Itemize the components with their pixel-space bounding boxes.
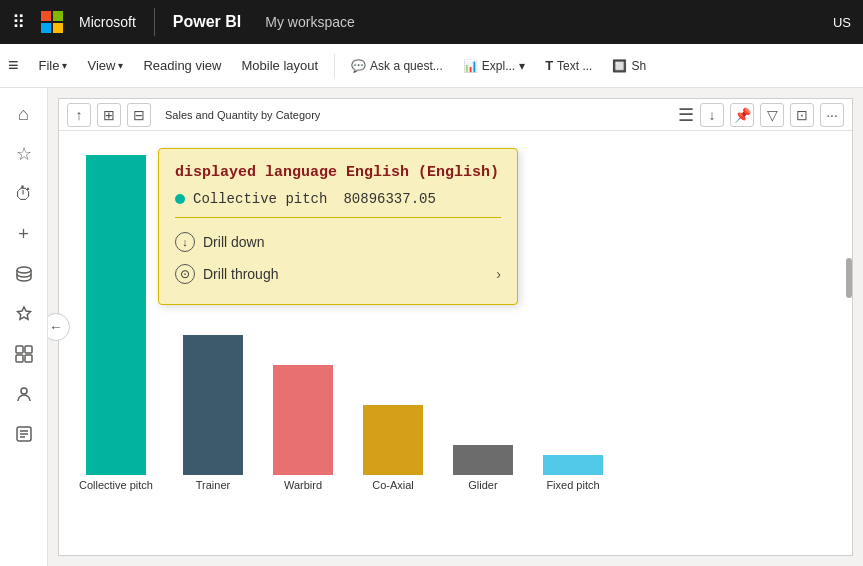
tooltip-drill-down[interactable]: ↓ Drill down (175, 226, 501, 258)
chart-more-btn[interactable]: ··· (820, 103, 844, 127)
sidebar-item-learn[interactable] (6, 416, 42, 452)
bar-label: Trainer (196, 479, 230, 491)
ribbon-explore[interactable]: 📊 Expl... ▾ (455, 55, 533, 77)
bar-group[interactable]: Warbird (273, 365, 333, 491)
tooltip-data-row: Collective pitch 80896337.05 (175, 191, 501, 207)
tooltip-popup: displayed language English (English) Col… (158, 148, 518, 305)
bar-fixed-pitch[interactable] (543, 455, 603, 475)
share-label: Sh (631, 59, 646, 73)
bar-group[interactable]: Collective pitch (79, 155, 153, 491)
svg-rect-1 (16, 346, 23, 353)
bar-label: Glider (468, 479, 497, 491)
bar-label: Co-Axial (372, 479, 414, 491)
svg-rect-3 (16, 355, 23, 362)
ribbon-reading-view-label: Reading view (143, 58, 221, 73)
top-bar: ⠿ Microsoft Power BI My workspace US (0, 0, 863, 44)
sidebar-item-goals[interactable] (6, 296, 42, 332)
chart-up-btn[interactable]: ↑ (67, 103, 91, 127)
ribbon-view[interactable]: View ▾ (79, 54, 131, 77)
chart-toolbar: ↑ ⊞ ⊟ Sales and Quantity by Category ☰ ↓… (59, 99, 852, 131)
share-icon: 🔲 (612, 59, 627, 73)
brand-label: Microsoft (79, 14, 136, 30)
ribbon-text[interactable]: T Text ... (537, 54, 600, 77)
drill-through-chevron: › (496, 266, 501, 282)
bar-label: Warbird (284, 479, 322, 491)
svg-point-5 (21, 388, 27, 394)
ribbon-reading-view[interactable]: Reading view (135, 54, 229, 77)
ribbon-view-label: View (87, 58, 115, 73)
drill-down-label: Drill down (203, 234, 264, 250)
ribbon-file[interactable]: File ▾ (31, 54, 76, 77)
hamburger-menu[interactable]: ≡ (8, 55, 19, 76)
sidebar-item-favorites[interactable]: ☆ (6, 136, 42, 172)
content-area: ← ↑ ⊞ ⊟ Sales and Quantity by Category ☰… (48, 88, 863, 566)
bar-co-axial[interactable] (363, 405, 423, 475)
ribbon: ≡ File ▾ View ▾ Reading view Mobile layo… (0, 44, 863, 88)
drill-through-icon: ⊙ (175, 264, 195, 284)
sidebar-item-recent[interactable]: ⏱ (6, 176, 42, 212)
sidebar: ⌂ ☆ ⏱ + (0, 88, 48, 566)
bar-collective-pitch[interactable] (86, 155, 146, 475)
ask-icon: 💬 (351, 59, 366, 73)
tooltip-drill-through[interactable]: ⊙ Drill through › (175, 258, 501, 290)
sidebar-item-home[interactable]: ⌂ (6, 96, 42, 132)
bar-group[interactable]: Co-Axial (363, 405, 423, 491)
bar-warbird[interactable] (273, 365, 333, 475)
ribbon-file-chevron: ▾ (62, 60, 67, 71)
bar-group[interactable]: Glider (453, 445, 513, 491)
explore-icon: 📊 (463, 59, 478, 73)
tooltip-header: displayed language English (English) (175, 163, 501, 183)
top-bar-divider (154, 8, 155, 36)
explore-chevron: ▾ (519, 59, 525, 73)
bar-label: Fixed pitch (546, 479, 599, 491)
workspace-label: My workspace (265, 14, 354, 30)
chart-pin-btn[interactable]: 📌 (730, 103, 754, 127)
chart-focus-btn[interactable]: ⊡ (790, 103, 814, 127)
sidebar-item-create[interactable]: + (6, 216, 42, 252)
ribbon-file-label: File (39, 58, 60, 73)
chart-toolbar-right: ☰ ↓ 📌 ▽ ⊡ ··· (678, 103, 844, 127)
tooltip-dot (175, 194, 185, 204)
chart-title: Sales and Quantity by Category (157, 107, 328, 123)
bar-label: Collective pitch (79, 479, 153, 491)
ribbon-view-chevron: ▾ (118, 60, 123, 71)
bar-group[interactable]: Fixed pitch (543, 455, 603, 491)
tooltip-data-label: Collective pitch (193, 191, 327, 207)
svg-point-0 (17, 267, 31, 273)
ribbon-mobile-layout-label: Mobile layout (241, 58, 318, 73)
chart-expand-btn[interactable]: ⊞ (97, 103, 121, 127)
bar-group[interactable]: Trainer (183, 335, 243, 491)
text-label: Text ... (557, 59, 592, 73)
ribbon-mobile-layout[interactable]: Mobile layout (233, 54, 326, 77)
drill-through-label: Drill through (203, 266, 278, 282)
ribbon-share[interactable]: 🔲 Sh (604, 55, 654, 77)
tooltip-data-value: 80896337.05 (343, 191, 435, 207)
grid-icon[interactable]: ⠿ (12, 11, 25, 33)
sidebar-item-data[interactable] (6, 256, 42, 292)
main-layout: ⌂ ☆ ⏱ + ← ↑ ⊞ ⊟ Sales and (0, 88, 863, 566)
user-initials[interactable]: US (833, 15, 851, 30)
explore-label: Expl... (482, 59, 515, 73)
svg-rect-4 (25, 355, 32, 362)
scroll-indicator[interactable] (846, 258, 852, 298)
ask-label: Ask a quest... (370, 59, 443, 73)
tooltip-divider (175, 217, 501, 218)
ribbon-separator-1 (334, 54, 335, 78)
sidebar-item-people[interactable] (6, 376, 42, 412)
chart-filter-btn[interactable]: ▽ (760, 103, 784, 127)
app-title: Power BI (173, 13, 241, 31)
ribbon-ask-question[interactable]: 💬 Ask a quest... (343, 55, 451, 77)
drill-down-icon: ↓ (175, 232, 195, 252)
text-format-icon: T (545, 58, 553, 73)
bar-trainer[interactable] (183, 335, 243, 475)
sidebar-item-workspaces[interactable] (6, 336, 42, 372)
svg-rect-2 (25, 346, 32, 353)
bar-glider[interactable] (453, 445, 513, 475)
chart-menu-btn[interactable]: ☰ (678, 104, 694, 126)
microsoft-logo (41, 11, 63, 33)
chart-collapse-btn[interactable]: ⊟ (127, 103, 151, 127)
chart-download-btn[interactable]: ↓ (700, 103, 724, 127)
